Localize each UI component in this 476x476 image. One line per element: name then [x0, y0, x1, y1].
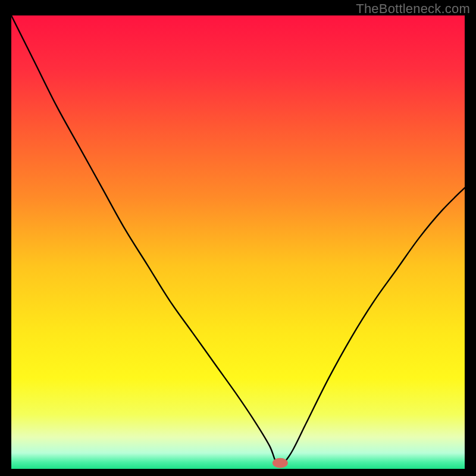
chart-frame: TheBottleneck.com [0, 0, 476, 476]
plot-area [11, 15, 465, 469]
chart-svg [11, 15, 465, 469]
gradient-background [11, 15, 465, 469]
watermark-text: TheBottleneck.com [356, 1, 470, 17]
optimal-point-marker [273, 458, 288, 468]
